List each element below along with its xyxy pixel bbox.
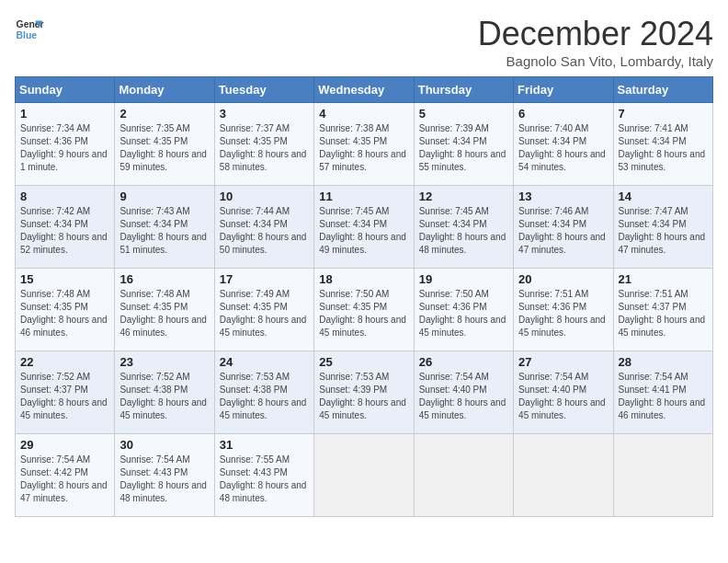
- calendar-header-thursday: Thursday: [414, 77, 513, 103]
- day-detail: Sunrise: 7:49 AMSunset: 4:35 PMDaylight:…: [220, 288, 309, 339]
- calendar-day-11: 11 Sunrise: 7:45 AMSunset: 4:34 PMDaylig…: [314, 186, 414, 269]
- day-detail: Sunrise: 7:54 AMSunset: 4:42 PMDaylight:…: [20, 454, 109, 505]
- day-number: 13: [518, 190, 608, 203]
- day-detail: Sunrise: 7:38 AMSunset: 4:35 PMDaylight:…: [319, 122, 408, 174]
- logo-icon: General Blue: [15, 15, 44, 44]
- calendar-day-26: 26 Sunrise: 7:54 AMSunset: 4:40 PMDaylig…: [414, 351, 513, 434]
- calendar-day-3: 3 Sunrise: 7:37 AMSunset: 4:35 PMDayligh…: [214, 103, 313, 186]
- day-detail: Sunrise: 7:47 AMSunset: 4:34 PMDaylight:…: [619, 205, 708, 257]
- calendar-day-1: 1 Sunrise: 7:34 AMSunset: 4:36 PMDayligh…: [16, 103, 115, 186]
- day-number: 6: [518, 107, 608, 121]
- day-number: 11: [319, 190, 408, 203]
- calendar-week-3: 15 Sunrise: 7:48 AMSunset: 4:35 PMDaylig…: [16, 269, 713, 351]
- day-detail: Sunrise: 7:45 AMSunset: 4:34 PMDaylight:…: [419, 205, 508, 257]
- day-number: 17: [220, 272, 309, 286]
- day-detail: Sunrise: 7:54 AMSunset: 4:40 PMDaylight:…: [518, 371, 608, 422]
- calendar-day-31: 31 Sunrise: 7:55 AMSunset: 4:43 PMDaylig…: [214, 434, 313, 517]
- day-number: 14: [619, 190, 708, 203]
- calendar-day-13: 13 Sunrise: 7:46 AMSunset: 4:34 PMDaylig…: [514, 186, 613, 269]
- calendar-empty-cell: [613, 434, 712, 517]
- day-detail: Sunrise: 7:37 AMSunset: 4:35 PMDaylight:…: [220, 122, 309, 174]
- day-number: 15: [20, 272, 109, 286]
- day-detail: Sunrise: 7:52 AMSunset: 4:38 PMDaylight:…: [119, 371, 209, 422]
- day-number: 25: [319, 355, 408, 369]
- calendar-day-20: 20 Sunrise: 7:51 AMSunset: 4:36 PMDaylig…: [514, 269, 613, 351]
- calendar-day-30: 30 Sunrise: 7:54 AMSunset: 4:43 PMDaylig…: [115, 434, 214, 517]
- day-detail: Sunrise: 7:50 AMSunset: 4:36 PMDaylight:…: [419, 288, 508, 339]
- day-detail: Sunrise: 7:44 AMSunset: 4:34 PMDaylight:…: [220, 205, 309, 257]
- day-detail: Sunrise: 7:55 AMSunset: 4:43 PMDaylight:…: [220, 454, 309, 505]
- calendar-header-tuesday: Tuesday: [214, 77, 313, 103]
- day-number: 20: [518, 272, 608, 286]
- logo: General Blue: [15, 15, 44, 44]
- calendar-week-2: 8 Sunrise: 7:42 AMSunset: 4:34 PMDayligh…: [16, 186, 713, 269]
- day-detail: Sunrise: 7:50 AMSunset: 4:35 PMDaylight:…: [319, 288, 408, 339]
- day-number: 5: [419, 107, 508, 121]
- day-detail: Sunrise: 7:35 AMSunset: 4:35 PMDaylight:…: [119, 122, 209, 174]
- day-detail: Sunrise: 7:34 AMSunset: 4:36 PMDaylight:…: [20, 122, 109, 174]
- day-number: 4: [319, 107, 408, 121]
- day-number: 18: [319, 272, 408, 286]
- day-detail: Sunrise: 7:39 AMSunset: 4:34 PMDaylight:…: [419, 122, 508, 174]
- day-detail: Sunrise: 7:42 AMSunset: 4:34 PMDaylight:…: [20, 205, 109, 257]
- day-detail: Sunrise: 7:51 AMSunset: 4:37 PMDaylight:…: [619, 288, 708, 339]
- calendar-header-saturday: Saturday: [613, 77, 712, 103]
- calendar-day-29: 29 Sunrise: 7:54 AMSunset: 4:42 PMDaylig…: [16, 434, 115, 517]
- day-detail: Sunrise: 7:43 AMSunset: 4:34 PMDaylight:…: [119, 205, 209, 257]
- calendar-day-28: 28 Sunrise: 7:54 AMSunset: 4:41 PMDaylig…: [613, 351, 712, 434]
- day-detail: Sunrise: 7:41 AMSunset: 4:34 PMDaylight:…: [619, 122, 708, 174]
- calendar-day-16: 16 Sunrise: 7:48 AMSunset: 4:35 PMDaylig…: [115, 269, 214, 351]
- day-detail: Sunrise: 7:45 AMSunset: 4:34 PMDaylight:…: [319, 205, 408, 257]
- day-detail: Sunrise: 7:54 AMSunset: 4:43 PMDaylight:…: [119, 454, 209, 505]
- day-detail: Sunrise: 7:46 AMSunset: 4:34 PMDaylight:…: [518, 205, 608, 257]
- day-detail: Sunrise: 7:53 AMSunset: 4:39 PMDaylight:…: [319, 371, 408, 422]
- calendar-day-2: 2 Sunrise: 7:35 AMSunset: 4:35 PMDayligh…: [115, 103, 214, 186]
- calendar-day-27: 27 Sunrise: 7:54 AMSunset: 4:40 PMDaylig…: [514, 351, 613, 434]
- calendar-day-4: 4 Sunrise: 7:38 AMSunset: 4:35 PMDayligh…: [314, 103, 414, 186]
- day-number: 3: [220, 107, 309, 121]
- day-number: 10: [220, 190, 309, 203]
- svg-text:Blue: Blue: [17, 30, 38, 40]
- calendar-empty-cell: [414, 434, 513, 517]
- day-number: 1: [20, 107, 109, 121]
- calendar-day-25: 25 Sunrise: 7:53 AMSunset: 4:39 PMDaylig…: [314, 351, 414, 434]
- day-number: 30: [119, 438, 209, 452]
- day-number: 8: [20, 190, 109, 203]
- day-number: 22: [20, 355, 109, 369]
- calendar-day-14: 14 Sunrise: 7:47 AMSunset: 4:34 PMDaylig…: [613, 186, 712, 269]
- calendar-table: SundayMondayTuesdayWednesdayThursdayFrid…: [15, 76, 713, 517]
- calendar-day-21: 21 Sunrise: 7:51 AMSunset: 4:37 PMDaylig…: [613, 269, 712, 351]
- calendar-day-19: 19 Sunrise: 7:50 AMSunset: 4:36 PMDaylig…: [414, 269, 513, 351]
- calendar-week-4: 22 Sunrise: 7:52 AMSunset: 4:37 PMDaylig…: [16, 351, 713, 434]
- calendar-day-22: 22 Sunrise: 7:52 AMSunset: 4:37 PMDaylig…: [16, 351, 115, 434]
- day-detail: Sunrise: 7:54 AMSunset: 4:41 PMDaylight:…: [619, 371, 708, 422]
- calendar-header-monday: Monday: [115, 77, 214, 103]
- day-number: 9: [119, 190, 209, 203]
- day-detail: Sunrise: 7:54 AMSunset: 4:40 PMDaylight:…: [419, 371, 508, 422]
- day-number: 16: [119, 272, 209, 286]
- title-block: December 2024 Bagnolo San Vito, Lombardy…: [478, 15, 713, 69]
- calendar-empty-cell: [514, 434, 613, 517]
- day-number: 31: [220, 438, 309, 452]
- calendar-day-15: 15 Sunrise: 7:48 AMSunset: 4:35 PMDaylig…: [16, 269, 115, 351]
- calendar-week-1: 1 Sunrise: 7:34 AMSunset: 4:36 PMDayligh…: [16, 103, 713, 186]
- calendar-day-24: 24 Sunrise: 7:53 AMSunset: 4:38 PMDaylig…: [214, 351, 313, 434]
- calendar-day-10: 10 Sunrise: 7:44 AMSunset: 4:34 PMDaylig…: [214, 186, 313, 269]
- calendar-day-18: 18 Sunrise: 7:50 AMSunset: 4:35 PMDaylig…: [314, 269, 414, 351]
- calendar-header-sunday: Sunday: [16, 77, 115, 103]
- day-detail: Sunrise: 7:52 AMSunset: 4:37 PMDaylight:…: [20, 371, 109, 422]
- calendar-header-friday: Friday: [514, 77, 613, 103]
- calendar-day-7: 7 Sunrise: 7:41 AMSunset: 4:34 PMDayligh…: [613, 103, 712, 186]
- calendar-header-wednesday: Wednesday: [314, 77, 414, 103]
- day-number: 23: [119, 355, 209, 369]
- day-detail: Sunrise: 7:40 AMSunset: 4:34 PMDaylight:…: [518, 122, 608, 174]
- calendar-day-8: 8 Sunrise: 7:42 AMSunset: 4:34 PMDayligh…: [16, 186, 115, 269]
- calendar-day-6: 6 Sunrise: 7:40 AMSunset: 4:34 PMDayligh…: [514, 103, 613, 186]
- day-number: 21: [619, 272, 708, 286]
- day-number: 27: [518, 355, 608, 369]
- day-number: 12: [419, 190, 508, 203]
- location: Bagnolo San Vito, Lombardy, Italy: [478, 53, 713, 69]
- day-number: 2: [119, 107, 209, 121]
- calendar-empty-cell: [314, 434, 414, 517]
- day-number: 24: [220, 355, 309, 369]
